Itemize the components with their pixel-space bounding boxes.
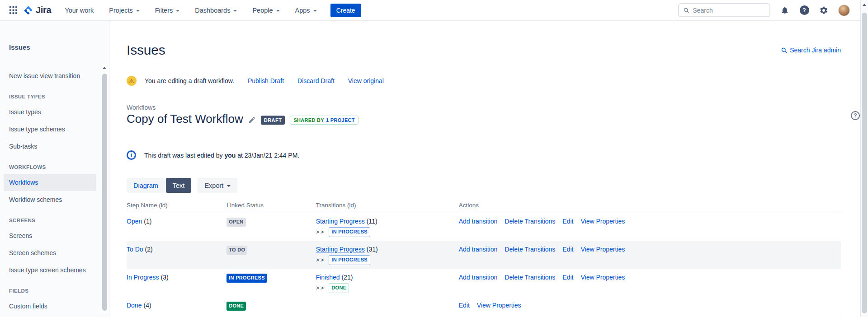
sidebar-section-screens: SCREENS (9, 214, 109, 227)
step-link[interactable]: Open (127, 218, 142, 225)
step-link[interactable]: In Progress (127, 274, 159, 281)
target-status-lozenge: IN PROGRESS (329, 227, 370, 237)
table-row: To Do(2) TO DO Starting Progress(31) >>I… (127, 241, 841, 269)
global-search[interactable] (678, 3, 770, 17)
sidebar-item-new-issue-view-transition[interactable]: New issue view transition (9, 67, 94, 84)
sidebar-item-issue-type-screen-schemes[interactable]: Issue type screen schemes (9, 261, 94, 279)
status-lozenge: TO DO (226, 246, 247, 255)
view-properties-link[interactable]: View Properties (580, 274, 625, 281)
page-help-icon[interactable]: ? (851, 111, 860, 120)
sidebar-item-workflows[interactable]: Workflows (4, 174, 96, 191)
draft-badge: DRAFT (261, 116, 285, 125)
nav-right-cluster: ? (678, 3, 850, 17)
shared-projects-link[interactable]: 1 PROJECT (326, 117, 355, 123)
breadcrumb[interactable]: Workflows (127, 104, 841, 111)
window-scrollbar[interactable] (860, 0, 868, 317)
settings-gear-icon[interactable] (819, 5, 829, 15)
chevron-down-icon (227, 185, 231, 187)
sidebar-item-screen-schemes[interactable]: Screen schemes (9, 244, 94, 261)
delete-transitions-link[interactable]: Delete Transitions (505, 218, 555, 225)
nav-item-projects[interactable]: Projects (109, 7, 139, 14)
view-mode-controls: Diagram Text Export (127, 178, 841, 193)
app-switcher-icon[interactable] (6, 4, 20, 17)
edit-link[interactable]: Edit (562, 274, 573, 281)
step-link[interactable]: To Do (127, 246, 143, 253)
add-transition-link[interactable]: Add transition (459, 274, 498, 281)
col-actions: Actions (459, 202, 841, 209)
logo-text: Jira (36, 5, 51, 15)
sidebar-item-sub-tasks[interactable]: Sub-tasks (9, 138, 94, 155)
nav-item-your-work[interactable]: Your work (65, 7, 94, 14)
add-transition-link[interactable]: Add transition (459, 218, 498, 225)
table-header-row: Step Name (id) Linked Status Transitions… (127, 202, 841, 213)
status-lozenge: IN PROGRESS (226, 274, 267, 283)
export-button[interactable]: Export (198, 178, 237, 193)
user-avatar[interactable] (838, 5, 850, 16)
sidebar-item-issue-type-schemes[interactable]: Issue type schemes (9, 121, 94, 138)
transition-link[interactable]: Starting Progress (316, 218, 365, 225)
scroll-up-icon[interactable] (863, 4, 866, 6)
search-jira-admin-link[interactable]: Search Jira admin (781, 47, 841, 54)
transition-arrow: >> (316, 229, 326, 235)
edit-link[interactable]: Edit (562, 218, 573, 225)
view-properties-link[interactable]: View Properties (580, 218, 625, 225)
add-transition-link[interactable]: Add transition (459, 246, 498, 253)
workflow-steps-table: Step Name (id) Linked Status Transitions… (127, 202, 841, 315)
delete-transitions-link[interactable]: Delete Transitions (505, 246, 555, 253)
view-properties-link[interactable]: View Properties (477, 302, 521, 309)
nav-item-people[interactable]: People (252, 7, 279, 14)
sidebar-section-workflows: WORKFLOWS (9, 160, 109, 174)
create-button[interactable]: Create (330, 4, 361, 17)
view-original-link[interactable]: View original (348, 77, 384, 84)
sidebar-item-workflow-schemes[interactable]: Workflow schemes (9, 191, 94, 208)
page-shell: Issues New issue view transition ISSUE T… (0, 21, 868, 317)
chevron-down-icon (276, 10, 280, 12)
table-row: In Progress(3) IN PROGRESS Finished(21) … (127, 269, 841, 297)
page-title: Issues (127, 42, 165, 58)
table-row: Open(1) OPEN Starting Progress(11) >>IN … (127, 213, 841, 241)
window-scrollbar-thumb[interactable] (862, 13, 867, 313)
sidebar-scrollbar-thumb[interactable] (102, 74, 107, 311)
shared-by-badge[interactable]: SHARED BY 1 PROJECT (290, 116, 358, 125)
nav-item-apps[interactable]: Apps (295, 7, 317, 14)
publish-draft-link[interactable]: Publish Draft (248, 77, 284, 84)
view-properties-link[interactable]: View Properties (580, 246, 625, 253)
sidebar-scrollbar[interactable] (101, 64, 108, 313)
workflow-title: Copy of Test Workflow (127, 112, 243, 126)
status-lozenge: OPEN (226, 218, 245, 227)
nav-item-dashboards[interactable]: Dashboards (195, 7, 237, 14)
transition-link[interactable]: Starting Progress (316, 246, 365, 253)
col-linked-status: Linked Status (226, 202, 316, 209)
sidebar-item-custom-fields[interactable]: Custom fields (9, 298, 94, 315)
banner-message: You are editing a draft workflow. (145, 77, 234, 84)
col-transitions: Transitions (id) (316, 202, 459, 209)
jira-logo[interactable]: Jira (24, 5, 51, 15)
transition-link[interactable]: Finished (316, 274, 340, 281)
edit-link[interactable]: Edit (459, 302, 470, 309)
discard-draft-link[interactable]: Discard Draft (297, 77, 335, 84)
warning-icon: ⚠ (127, 76, 137, 86)
search-input[interactable] (693, 7, 765, 14)
scroll-up-icon[interactable] (103, 67, 106, 69)
nav-item-filters[interactable]: Filters (155, 7, 179, 14)
transition-arrow: >> (316, 257, 326, 263)
delete-transitions-link[interactable]: Delete Transitions (505, 274, 555, 281)
chevron-down-icon (136, 10, 140, 12)
target-status-lozenge: DONE (329, 283, 349, 293)
grid-icon (9, 6, 17, 14)
tab-text[interactable]: Text (166, 178, 192, 193)
step-link[interactable]: Done (127, 302, 142, 309)
edit-link[interactable]: Edit (562, 246, 573, 253)
tab-diagram[interactable]: Diagram (127, 178, 165, 193)
sidebar-item-screens[interactable]: Screens (9, 227, 94, 244)
target-status-lozenge: IN PROGRESS (329, 255, 370, 265)
chevron-down-icon (176, 10, 179, 12)
primary-nav: Your work Projects Filters Dashboards Pe… (65, 7, 316, 14)
table-row: Done(4) DONE Edit View Properties (127, 297, 841, 315)
sidebar-item-issue-types[interactable]: Issue types (9, 103, 94, 121)
status-lozenge: DONE (226, 302, 246, 311)
help-icon[interactable]: ? (799, 5, 809, 15)
sidebar-section-issue-types: ISSUE TYPES (9, 90, 109, 103)
notifications-bell-icon[interactable] (780, 5, 790, 15)
edit-pencil-icon[interactable] (248, 116, 256, 124)
